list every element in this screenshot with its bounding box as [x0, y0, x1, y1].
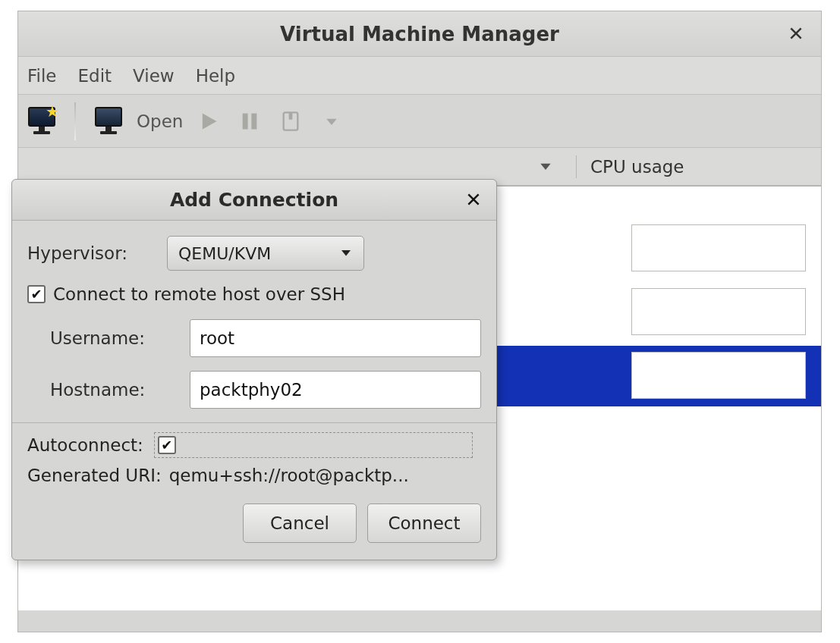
open-button-label[interactable]: Open [137, 111, 183, 131]
menu-view[interactable]: View [133, 66, 175, 86]
chevron-down-icon [339, 244, 353, 263]
monitor-open-icon [93, 107, 124, 136]
cpu-usage-column[interactable]: CPU usage [576, 155, 684, 178]
dialog-buttons: Cancel Connect [12, 503, 496, 552]
dialog-separator [12, 422, 496, 423]
username-field[interactable] [190, 319, 481, 357]
ssh-label[interactable]: Connect to remote host over SSH [53, 284, 345, 304]
cpu-usage-graph [631, 224, 806, 271]
shutdown-dropdown[interactable] [316, 106, 347, 136]
add-connection-dialog: Add Connection Hypervisor: QEMU/KVM Conn… [11, 179, 497, 560]
toolbar: ★ Open [18, 95, 821, 148]
close-icon [788, 26, 804, 41]
autoconnect-label: Autoconnect: [27, 435, 143, 455]
open-vm-icon-button[interactable] [91, 104, 126, 139]
cpu-usage-graph [631, 288, 806, 335]
hypervisor-label: Hypervisor: [27, 243, 156, 263]
pause-icon [239, 111, 260, 132]
hypervisor-select[interactable]: QEMU/KVM [167, 236, 364, 271]
menu-help[interactable]: Help [196, 66, 235, 86]
menu-edit[interactable]: Edit [78, 66, 112, 86]
start-button[interactable] [193, 106, 224, 136]
svg-rect-1 [243, 113, 248, 129]
titlebar: Virtual Machine Manager [18, 11, 821, 57]
pause-button[interactable] [234, 106, 265, 136]
close-icon [466, 192, 481, 207]
menubar: File Edit View Help [18, 57, 821, 95]
hostname-label: Hostname: [27, 380, 179, 400]
dialog-body: Hypervisor: QEMU/KVM Connect to remote h… [12, 221, 496, 503]
toolbar-separator [74, 102, 76, 140]
chevron-down-icon [324, 114, 339, 129]
shutdown-button[interactable] [275, 106, 306, 136]
autoconnect-row: Autoconnect: [27, 432, 481, 458]
dialog-close-button[interactable] [463, 189, 484, 210]
hostname-row: Hostname: [27, 371, 481, 409]
monitor-new-icon: ★ [26, 107, 58, 136]
menu-file[interactable]: File [27, 66, 57, 86]
cancel-button[interactable]: Cancel [243, 503, 357, 543]
svg-marker-5 [327, 118, 337, 124]
svg-marker-0 [203, 113, 217, 129]
connect-button[interactable]: Connect [367, 503, 481, 543]
hypervisor-row: Hypervisor: QEMU/KVM [27, 236, 481, 271]
window-title: Virtual Machine Manager [280, 23, 559, 45]
dialog-titlebar: Add Connection [12, 180, 496, 221]
hostname-field[interactable] [190, 371, 481, 409]
svg-marker-6 [540, 164, 550, 170]
username-row: Username: [27, 319, 481, 357]
chevron-down-icon [538, 158, 553, 174]
svg-marker-7 [341, 250, 351, 256]
cpu-usage-graph [631, 352, 806, 399]
play-icon [198, 111, 219, 132]
generated-uri-row: Generated URI: qemu+ssh://root@packtp... [27, 466, 481, 485]
generated-uri-value: qemu+ssh://root@packtp... [169, 466, 409, 485]
dialog-title: Add Connection [170, 189, 338, 211]
new-vm-button[interactable]: ★ [24, 104, 59, 139]
autoconnect-checkbox[interactable] [158, 436, 176, 454]
shutdown-icon [280, 111, 301, 132]
ssh-checkbox-row: Connect to remote host over SSH [27, 284, 481, 304]
svg-rect-4 [289, 112, 293, 119]
svg-rect-2 [252, 113, 257, 129]
ssh-checkbox[interactable] [27, 285, 46, 303]
window-close-button[interactable] [785, 22, 807, 45]
autoconnect-box [154, 432, 473, 458]
generated-uri-label: Generated URI: [27, 466, 162, 485]
name-column-sort[interactable] [538, 158, 553, 177]
username-label: Username: [27, 328, 179, 348]
hypervisor-value: QEMU/KVM [178, 244, 271, 263]
